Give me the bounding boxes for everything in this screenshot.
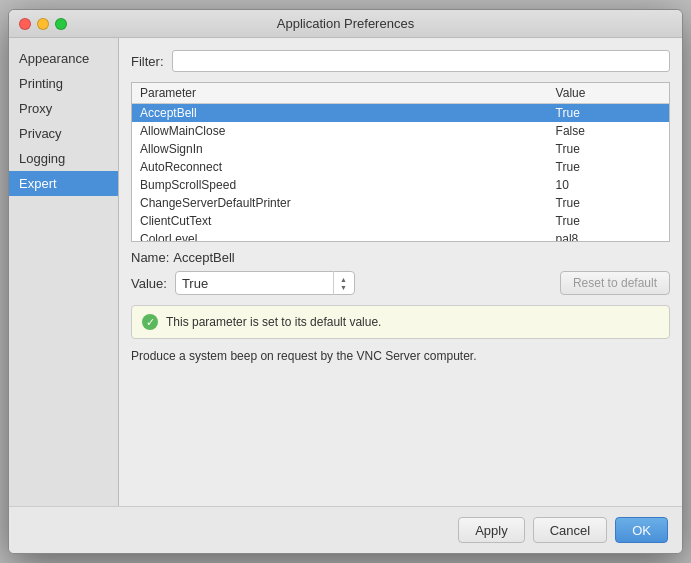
value-row: Value: TrueFalse Reset to default — [131, 271, 670, 295]
value-cell: True — [548, 104, 669, 123]
value-cell: True — [548, 158, 669, 176]
window-controls — [19, 18, 67, 30]
table-row[interactable]: ColorLevelpal8... — [132, 230, 669, 242]
sidebar-item-expert[interactable]: Expert — [9, 171, 118, 196]
title-bar: Application Preferences — [9, 10, 682, 38]
value-cell: True — [548, 212, 669, 230]
value-cell: True — [548, 194, 669, 212]
content-area: Appearance Printing Proxy Privacy Loggin… — [9, 38, 682, 506]
application-window: Application Preferences Appearance Print… — [8, 9, 683, 554]
param-cell: BumpScrollSpeed — [132, 176, 548, 194]
sidebar: Appearance Printing Proxy Privacy Loggin… — [9, 38, 119, 506]
cancel-button[interactable]: Cancel — [533, 517, 607, 543]
filter-label: Filter: — [131, 54, 164, 69]
name-row: Name: AcceptBell — [131, 250, 670, 265]
sidebar-item-printing[interactable]: Printing — [9, 71, 118, 96]
value-cell: False — [548, 122, 669, 140]
filter-input[interactable] — [172, 50, 671, 72]
window-title: Application Preferences — [277, 16, 414, 31]
description-text: Produce a system beep on request by the … — [131, 349, 670, 363]
maximize-button[interactable] — [55, 18, 67, 30]
reset-to-default-button[interactable]: Reset to default — [560, 271, 670, 295]
table-row[interactable]: AllowMainCloseFalse — [132, 122, 669, 140]
param-cell: AllowSignIn — [132, 140, 548, 158]
table-row[interactable]: AcceptBellTrue — [132, 104, 669, 123]
info-box: ✓ This parameter is set to its default v… — [131, 305, 670, 339]
param-cell: AllowMainClose — [132, 122, 548, 140]
info-check-icon: ✓ — [142, 314, 158, 330]
name-value: AcceptBell — [173, 250, 234, 265]
footer: Apply Cancel OK — [9, 506, 682, 553]
column-header-value: Value — [548, 83, 669, 104]
value-select[interactable]: TrueFalse — [175, 271, 355, 295]
param-cell: AcceptBell — [132, 104, 548, 123]
column-header-parameter: Parameter — [132, 83, 548, 104]
parameters-table: Parameter Value AcceptBellTrueAllowMainC… — [132, 83, 669, 242]
ok-button[interactable]: OK — [615, 517, 668, 543]
info-text: This parameter is set to its default val… — [166, 315, 381, 329]
param-cell: ColorLevel — [132, 230, 548, 242]
table-row[interactable]: ChangeServerDefaultPrinterTrue — [132, 194, 669, 212]
apply-button[interactable]: Apply — [458, 517, 525, 543]
table-row[interactable]: AutoReconnectTrue — [132, 158, 669, 176]
filter-row: Filter: — [131, 50, 670, 72]
main-panel: Filter: Parameter Value AcceptBellTrueAl… — [119, 38, 682, 506]
sidebar-item-privacy[interactable]: Privacy — [9, 121, 118, 146]
name-label: Name: — [131, 250, 169, 265]
value-cell: pal8... — [548, 230, 669, 242]
param-cell: ChangeServerDefaultPrinter — [132, 194, 548, 212]
minimize-button[interactable] — [37, 18, 49, 30]
value-select-wrapper: TrueFalse — [175, 271, 355, 295]
sidebar-item-logging[interactable]: Logging — [9, 146, 118, 171]
parameters-table-container[interactable]: Parameter Value AcceptBellTrueAllowMainC… — [131, 82, 670, 242]
table-row[interactable]: AllowSignInTrue — [132, 140, 669, 158]
param-cell: ClientCutText — [132, 212, 548, 230]
close-button[interactable] — [19, 18, 31, 30]
param-cell: AutoReconnect — [132, 158, 548, 176]
table-row[interactable]: BumpScrollSpeed10 — [132, 176, 669, 194]
table-header-row: Parameter Value — [132, 83, 669, 104]
sidebar-item-proxy[interactable]: Proxy — [9, 96, 118, 121]
value-label: Value: — [131, 276, 167, 291]
sidebar-item-appearance[interactable]: Appearance — [9, 46, 118, 71]
value-cell: True — [548, 140, 669, 158]
table-row[interactable]: ClientCutTextTrue — [132, 212, 669, 230]
value-cell: 10 — [548, 176, 669, 194]
